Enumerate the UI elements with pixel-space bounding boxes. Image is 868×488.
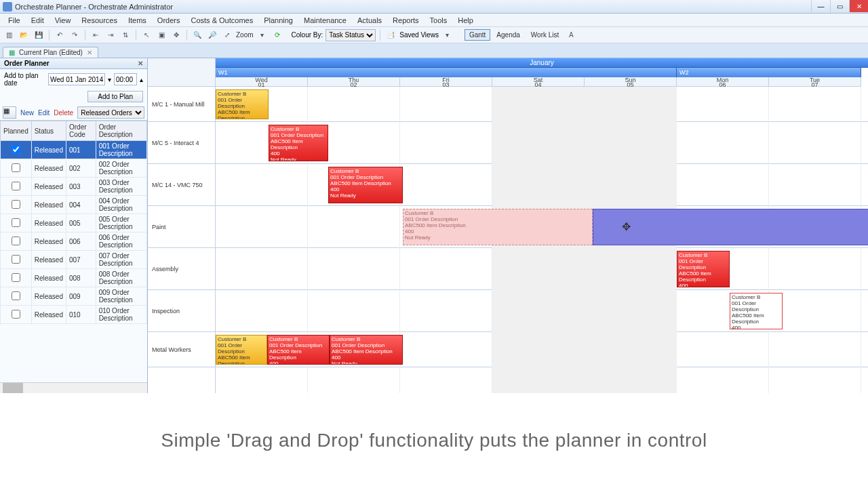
cursor-icon[interactable]: ↖: [140, 29, 153, 41]
time-stepper-icon[interactable]: ▴: [140, 76, 143, 83]
plan-time-input[interactable]: [114, 73, 137, 85]
menu-edit[interactable]: Edit: [26, 16, 50, 24]
panel-close-icon[interactable]: ✕: [138, 60, 143, 67]
menu-view[interactable]: View: [50, 16, 77, 24]
colourby-label: Colour By:: [292, 31, 323, 39]
col-desc[interactable]: Order Description: [96, 121, 146, 141]
col-planned[interactable]: Planned: [1, 121, 32, 141]
col-status[interactable]: Status: [31, 121, 66, 141]
gantt-task[interactable]: Customer B001 Order DescriptionABC500 It…: [330, 335, 403, 365]
order-row[interactable]: Released002002 Order Description: [1, 159, 147, 178]
gantt-day-header: Fri03: [400, 77, 492, 87]
zoom-dropdown-icon[interactable]: ▾: [256, 29, 269, 41]
add-to-plan-button[interactable]: Add to Plan: [87, 91, 143, 102]
gantt-row-label: Paint: [148, 206, 215, 248]
order-row[interactable]: Released001001 Order Description: [1, 141, 147, 159]
caption: Simple 'Drag and Drop' functionality put…: [0, 393, 868, 488]
gantt-row-label: M/C 1 - Manual Mill: [148, 87, 215, 122]
order-grid[interactable]: Planned Status Order Code Order Descript…: [0, 120, 147, 382]
colourby-select[interactable]: Task Status: [326, 29, 376, 41]
edit-order-link[interactable]: Edit: [38, 109, 50, 117]
view-gantt-button[interactable]: Gantt: [465, 29, 490, 41]
new-icon[interactable]: ▥: [3, 29, 15, 41]
gantt-task[interactable]: Customer B001 Order DescriptionABC500 It…: [267, 335, 330, 365]
menu-reports[interactable]: Reports: [387, 16, 425, 24]
doc-tab-label: Current Plan (Edited): [19, 49, 83, 56]
gantt-task[interactable]: Customer B001 Order DescriptionABC500 It…: [730, 293, 783, 329]
gantt-task[interactable]: Customer B001 Order DescriptionABC500 It…: [403, 209, 593, 245]
order-filter-select[interactable]: Released Orders: [77, 106, 144, 119]
gantt-task[interactable]: Customer B001 Order DescriptionABC500 It…: [677, 251, 730, 287]
planned-checkbox[interactable]: [12, 310, 20, 319]
gantt-day-header: Wed01: [216, 77, 308, 87]
gantt-task[interactable]: Customer B001 Order DescriptionABC500 It…: [216, 89, 269, 119]
menu-help[interactable]: Help: [452, 16, 479, 24]
order-row[interactable]: Released003003 Order Description: [1, 178, 147, 196]
menu-resources[interactable]: Resources: [76, 16, 123, 24]
gantt-row-label: Metal Workers: [148, 332, 215, 367]
gantt-task[interactable]: Customer B001 Order DescriptionABC500 It…: [269, 125, 328, 161]
planned-checkbox[interactable]: [12, 200, 20, 209]
order-filter-icon[interactable]: ▦: [3, 106, 16, 119]
planned-checkbox[interactable]: [12, 182, 20, 190]
menu-items[interactable]: Items: [123, 16, 152, 24]
gantt-task[interactable]: Customer B001 Order DescriptionABC500 It…: [216, 335, 267, 365]
zoom-out-icon[interactable]: 🔎: [206, 29, 218, 41]
refresh-icon[interactable]: ⟳: [271, 29, 283, 41]
zoom-fit-icon[interactable]: ⤢: [221, 29, 233, 41]
menu-orders[interactable]: Orders: [152, 16, 186, 24]
planned-checkbox[interactable]: [12, 291, 20, 300]
savedviews-dropdown-icon[interactable]: ▾: [441, 29, 454, 41]
order-row[interactable]: Released007007 Order Description: [1, 251, 147, 269]
doc-tab-current-plan[interactable]: ▦ Current Plan (Edited) ✕: [3, 47, 98, 58]
close-button[interactable]: ✕: [849, 0, 868, 12]
planned-checkbox[interactable]: [12, 237, 20, 245]
menu-planning[interactable]: Planning: [258, 16, 298, 24]
new-order-link[interactable]: New: [20, 109, 34, 117]
select-icon[interactable]: ▣: [155, 29, 167, 41]
gantt-task[interactable]: Customer B001 Order DescriptionABC500 It…: [328, 167, 403, 203]
order-row[interactable]: Released009009 Order Description: [1, 287, 147, 306]
menu-file[interactable]: File: [3, 16, 26, 24]
gantt-day-header: Thu02: [308, 77, 400, 87]
menu-actuals[interactable]: Actuals: [352, 16, 387, 24]
undo-icon[interactable]: ↶: [54, 29, 66, 41]
menu-costs-outcomes[interactable]: Costs & Outcomes: [185, 16, 258, 24]
view-agenda-button[interactable]: Agenda: [492, 29, 524, 41]
delete-order-link[interactable]: Delete: [54, 109, 73, 117]
gantt-chart[interactable]: January W1W2 Wed01Thu02Fri03Sat04Sun05Mo…: [148, 58, 868, 393]
open-icon[interactable]: 📂: [18, 29, 30, 41]
menu-tools[interactable]: Tools: [425, 16, 453, 24]
order-row[interactable]: Released004004 Order Description: [1, 196, 147, 214]
gantt-task[interactable]: [593, 209, 868, 245]
view-worklist-button[interactable]: Work List: [526, 29, 564, 41]
savedviews-icon[interactable]: 📑: [384, 29, 397, 41]
doc-tab-close-icon[interactable]: ✕: [87, 49, 92, 56]
savedviews-label[interactable]: Saved Views: [399, 31, 439, 39]
maximize-button[interactable]: ▭: [830, 0, 849, 12]
gantt-week-header: W2: [677, 68, 861, 77]
date-picker-icon[interactable]: ▾: [108, 76, 111, 83]
planned-checkbox[interactable]: [12, 163, 20, 172]
indent-left-icon[interactable]: ⇤: [90, 29, 102, 41]
col-code[interactable]: Order Code: [66, 121, 96, 141]
minimize-button[interactable]: ―: [811, 0, 830, 12]
view-extra-icon[interactable]: A: [565, 29, 577, 41]
order-row[interactable]: Released008008 Order Description: [1, 269, 147, 287]
menu-maintenance[interactable]: Maintenance: [298, 16, 352, 24]
planned-checkbox[interactable]: [12, 273, 20, 282]
order-row[interactable]: Released006006 Order Description: [1, 232, 147, 251]
grid-scrollbar[interactable]: [0, 382, 147, 393]
link-icon[interactable]: ⇅: [119, 29, 132, 41]
planned-checkbox[interactable]: [12, 145, 20, 154]
planned-checkbox[interactable]: [12, 255, 20, 264]
save-icon[interactable]: 💾: [33, 29, 45, 41]
redo-icon[interactable]: ↷: [68, 29, 81, 41]
order-row[interactable]: Released005005 Order Description: [1, 214, 147, 232]
pan-icon[interactable]: ✥: [170, 29, 182, 41]
order-row[interactable]: Released010010 Order Description: [1, 306, 147, 324]
planned-checkbox[interactable]: [12, 218, 20, 227]
zoom-in-icon[interactable]: 🔍: [191, 29, 203, 41]
plan-date-input[interactable]: [48, 73, 105, 85]
indent-right-icon[interactable]: ⇥: [104, 29, 117, 41]
